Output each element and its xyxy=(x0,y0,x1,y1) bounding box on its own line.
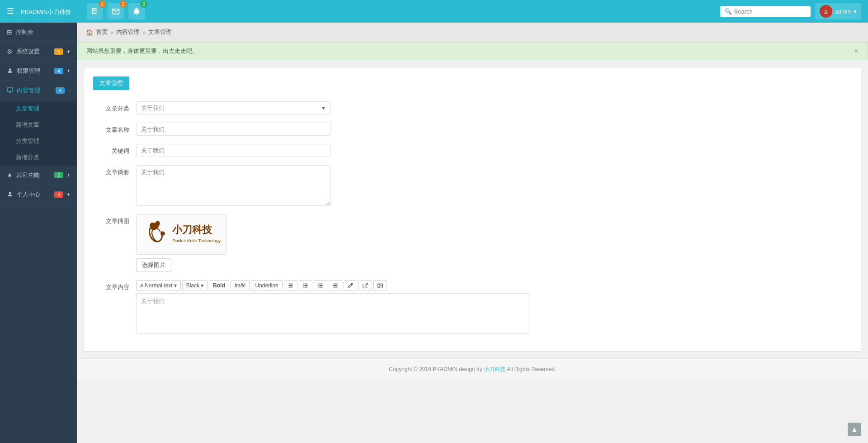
sidebar-label-permissions: 权限管理 xyxy=(17,67,51,75)
alert-banner: 网站虽然重要，身体更重要，出去走走吧。 × xyxy=(77,42,868,60)
system-icon: ⚙ xyxy=(7,48,13,55)
select-image-btn[interactable]: 选择图片 xyxy=(136,258,171,272)
sidebar-sub-article-mgmt[interactable]: 文章管理 xyxy=(0,100,77,117)
image-upload-area: 小刀科技 Pocket Knife Technology 选择图片 xyxy=(136,214,852,272)
other-expand: + xyxy=(67,172,70,178)
breadcrumb-home-icon: 🏠 xyxy=(86,29,93,36)
summary-label: 文章摘要 xyxy=(93,165,129,176)
svg-rect-23 xyxy=(304,284,307,285)
svg-rect-19 xyxy=(288,284,292,285)
list1-btn[interactable] xyxy=(284,280,297,291)
svg-rect-29 xyxy=(319,284,322,285)
sidebar-item-dashboard[interactable]: ⊞ 控制台 xyxy=(0,23,77,42)
svg-rect-34 xyxy=(333,284,337,285)
mail-icon-btn[interactable]: 2 xyxy=(108,3,124,19)
scroll-top-btn[interactable]: ▲ xyxy=(848,423,861,436)
text-format-label: Normal text xyxy=(145,282,172,289)
article-form: 文章分类 关于我们 ▼ 文章名称 关键词 xyxy=(93,101,852,334)
image-label: 文章插图 xyxy=(93,214,129,225)
layout: ⊞ 控制台 ⚙ 系统设置 5 + 权限管理 4 + xyxy=(0,23,868,443)
breadcrumb-home[interactable]: 首页 xyxy=(96,28,108,36)
keywords-row: 关键词 xyxy=(93,144,852,157)
content-editor[interactable]: 关于我们 xyxy=(136,293,529,334)
sidebar-item-system[interactable]: ⚙ 系统设置 5 + xyxy=(0,42,77,62)
list3-btn[interactable] xyxy=(314,280,327,291)
keywords-input[interactable] xyxy=(136,144,330,157)
name-input[interactable] xyxy=(136,123,330,136)
pencil-btn[interactable] xyxy=(344,280,357,291)
permissions-icon xyxy=(7,67,13,75)
svg-rect-3 xyxy=(96,8,97,14)
system-expand: + xyxy=(67,48,70,55)
sidebar-label-content: 内容管理 xyxy=(17,86,52,95)
sidebar-item-permissions[interactable]: 权限管理 4 + xyxy=(0,62,77,81)
footer-link[interactable]: 小刀科技 xyxy=(484,366,505,372)
mail-badge: 2 xyxy=(119,0,127,8)
svg-rect-22 xyxy=(303,284,304,285)
summary-textarea[interactable] xyxy=(136,165,330,206)
svg-text:a: a xyxy=(824,8,828,15)
avatar: a xyxy=(820,5,832,18)
content-submenu: 文章管理 新增文章 分类管理 新增分类 xyxy=(0,100,77,166)
user-menu-btn[interactable]: a admin ▾ xyxy=(815,3,861,19)
share-btn[interactable] xyxy=(359,280,372,291)
svg-rect-33 xyxy=(319,287,322,288)
bell-badge: 2 xyxy=(140,0,147,8)
permissions-expand: + xyxy=(67,68,70,74)
sidebar-item-profile[interactable]: 个人中心 3 + xyxy=(0,185,77,205)
category-select[interactable]: 关于我们 xyxy=(136,101,330,114)
bold-btn[interactable]: Bold xyxy=(209,280,229,291)
sidebar-sub-category-mgmt[interactable]: 分类管理 xyxy=(0,133,77,149)
category-row: 文章分类 关于我们 ▼ xyxy=(93,101,852,114)
sidebar-label-system: 系统设置 xyxy=(16,48,51,56)
svg-rect-6 xyxy=(93,12,94,12)
search-icon: 🔍 xyxy=(725,8,732,15)
category-label: 文章分类 xyxy=(93,101,129,113)
bell-icon-btn[interactable]: 2 xyxy=(128,3,145,19)
svg-rect-36 xyxy=(333,287,337,288)
color-btn[interactable]: Black ▾ xyxy=(182,280,208,291)
name-row: 文章名称 xyxy=(93,123,852,136)
svg-rect-1 xyxy=(92,8,93,14)
sidebar-item-other[interactable]: ★ 其它功能 2 + xyxy=(0,166,77,185)
doc-badge: 2 xyxy=(99,0,106,8)
svg-rect-24 xyxy=(303,285,304,286)
summary-row: 文章摘要 xyxy=(93,165,852,206)
doc-icon-btn[interactable]: 2 xyxy=(87,3,103,19)
sidebar-sub-new-article[interactable]: 新增文章 xyxy=(0,117,77,133)
content-label: 文章内容 xyxy=(93,280,129,291)
image-insert-btn[interactable] xyxy=(373,280,387,291)
image-row: 文章插图 xyxy=(93,214,852,272)
list2-btn[interactable] xyxy=(299,280,312,291)
sidebar-sub-new-category[interactable]: 新增分类 xyxy=(0,149,77,166)
permissions-badge: 4 xyxy=(54,68,63,74)
footer: Copyright © 2016 PKADMIN design by 小刀科技 … xyxy=(77,358,868,380)
svg-point-15 xyxy=(9,192,11,194)
text-format-btn[interactable]: A Normal text ▾ xyxy=(136,280,181,291)
search-box: 🔍 xyxy=(720,6,811,17)
sidebar-item-content[interactable]: 内容管理 4 - xyxy=(0,81,77,100)
main-content: 🏠 首页 » 内容管理 » 文章管理 网站虽然重要，身体更重要，出去走走吧。 ×… xyxy=(77,23,868,443)
svg-rect-26 xyxy=(303,287,304,288)
italic-btn[interactable]: Italic xyxy=(231,280,250,291)
svg-rect-5 xyxy=(93,10,96,11)
breadcrumb: 🏠 首页 » 内容管理 » 文章管理 xyxy=(77,23,868,42)
profile-icon xyxy=(7,191,13,199)
underline-btn[interactable]: Underline xyxy=(251,280,282,291)
user-label: admin xyxy=(835,8,851,15)
hamburger-icon[interactable]: ☰ xyxy=(7,6,14,16)
svg-point-8 xyxy=(136,14,137,15)
svg-rect-31 xyxy=(319,285,322,286)
svg-rect-4 xyxy=(93,10,96,10)
sidebar-label-other: 其它功能 xyxy=(16,171,51,179)
alert-close-btn[interactable]: × xyxy=(854,47,859,55)
user-dropdown-icon: ▾ xyxy=(854,8,857,15)
name-label: 文章名称 xyxy=(93,123,129,134)
navbar: ☰ PKADMIN小刀科技 2 xyxy=(0,0,868,23)
breadcrumb-content[interactable]: 内容管理 xyxy=(116,28,140,36)
breadcrumb-current: 文章管理 xyxy=(148,28,172,36)
profile-badge: 3 xyxy=(54,191,63,198)
brand-logo: PKADMIN小刀科技 xyxy=(21,7,71,16)
list4-btn[interactable] xyxy=(329,280,342,291)
search-input[interactable] xyxy=(734,8,806,15)
